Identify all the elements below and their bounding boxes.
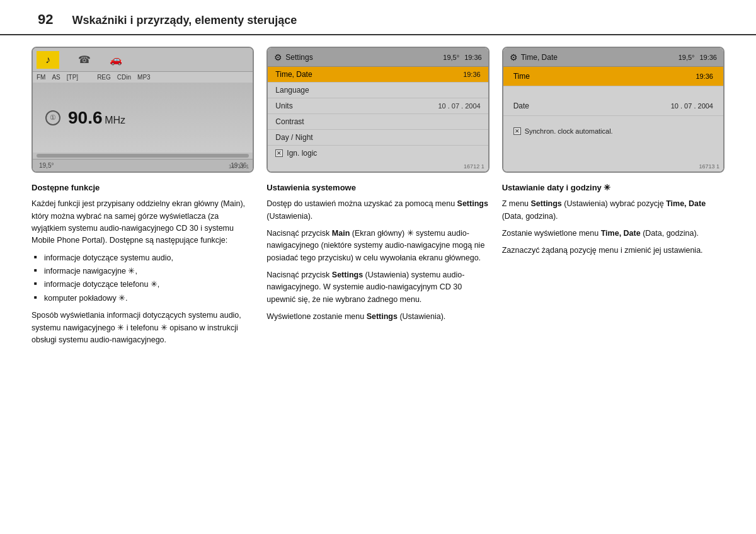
timedate-temp: 19,5° (679, 54, 695, 61)
settings-screen-mockup: ⚙ Settings 19,5° 19:36 Time, Date 19:36 … (266, 47, 489, 173)
radio-bottom-bar: 19,5° 19:36 (33, 159, 253, 171)
menu-label-language: Language (275, 86, 309, 95)
para-2-4: Wyświetlone zostanie menu Settings (Usta… (266, 311, 489, 323)
text-section-2: Ustawienia systemowe Dostęp do ustawień … (266, 182, 489, 328)
para-2-2: Nacisnąć przycisk Main (Ekran główny) ✳ … (266, 228, 489, 264)
menu-label-units: Units (275, 102, 292, 110)
text-section-3: Ustawianie daty i godziny ✳ Z menu Setti… (502, 182, 724, 262)
menu-item-units[interactable]: Units 10 . 07 . 2004 (268, 98, 488, 114)
timedate-screen-mockup: ⚙ Time, Date 19,5° 19:36 Time 19:36 Date… (502, 47, 724, 173)
radio-screen: ♪ ☎ 🚗 FM AS [TP] REG CDin MP3 ① 90.6 (33, 48, 253, 171)
bullet-item: informacje dotyczące telefonu ✳, (34, 279, 254, 291)
circle-1: ① (45, 110, 60, 125)
radio-screen-mockup: ♪ ☎ 🚗 FM AS [TP] REG CDin MP3 ① 90.6 (32, 47, 254, 173)
settings-temp: 19,5° (443, 54, 459, 61)
menu-value-units: 10 . 07 . 2004 (438, 102, 480, 110)
page-number: 92 (38, 11, 53, 28)
bullet-item: informacje nawigacyjne ✳, (34, 265, 254, 277)
screen-id-3: 16713 1 (699, 163, 719, 170)
settings-nav-icon: ⚙ (274, 52, 282, 62)
menu-item-day-night[interactable]: Day / Night (268, 130, 488, 146)
sync-label: Synchron. clock automatical. (525, 127, 613, 135)
td-date-item[interactable]: Date 10 . 07 . 2004 (503, 96, 723, 116)
bullet-item: informacje dotyczące systemu audio, (34, 252, 254, 264)
settings-screen: ⚙ Settings 19,5° 19:36 Time, Date 19:36 … (268, 48, 488, 171)
page-title: Wskaźniki i przyrządy, elementy sterując… (72, 14, 297, 27)
settings-label: Settings (285, 53, 312, 62)
radio-slider (37, 154, 249, 158)
para-1-1: Każdej funkcji jest przypisany oddzielny… (32, 198, 254, 247)
menu-item-ign-logic[interactable]: ✕ Ign. logic (268, 146, 488, 161)
column-2: ⚙ Settings 19,5° 19:36 Time, Date 19:36 … (266, 47, 489, 351)
menu-value-time-date: 19:36 (463, 71, 481, 78)
timedate-nav-icon: ⚙ (510, 52, 518, 62)
phone-icon: ☎ (78, 54, 91, 66)
menu-item-contrast[interactable]: Contrast (268, 114, 488, 130)
td-date-label: Date (513, 102, 529, 110)
settings-header: ⚙ Settings 19,5° 19:36 (268, 48, 488, 67)
column-3: ⚙ Time, Date 19,5° 19:36 Time 19:36 Date… (502, 47, 724, 351)
radio-slider-area (33, 153, 253, 159)
radio-labels: FM AS [TP] REG CDin MP3 (33, 72, 253, 83)
timedate-clock: 19:36 (699, 54, 717, 61)
para-2-1: Dostęp do ustawień można uzyskać za pomo… (266, 198, 489, 223)
text-section-1: Dostępne funkcje Każdej funkcji jest prz… (32, 182, 254, 351)
timedate-screen: ⚙ Time, Date 19,5° 19:36 Time 19:36 Date… (503, 48, 723, 171)
bullet-list-1: informacje dotyczące systemu audio, info… (34, 252, 254, 305)
sync-checkbox[interactable]: ✕ (513, 127, 521, 135)
sync-item[interactable]: ✕ Synchron. clock automatical. (503, 122, 723, 140)
menu-item-time-date[interactable]: Time, Date 19:36 (268, 67, 488, 83)
column-1: ♪ ☎ 🚗 FM AS [TP] REG CDin MP3 ① 90.6 (32, 47, 254, 351)
music-icon: ♪ (37, 51, 59, 69)
heading-3: Ustawianie daty i godziny ✳ (502, 182, 724, 194)
td-time-item[interactable]: Time 19:36 (503, 67, 723, 86)
menu-label-ign-logic: Ign. logic (287, 149, 317, 158)
screen-id-2: 16712 1 (464, 163, 484, 170)
menu-item-language[interactable]: Language (268, 83, 488, 98)
timedate-header-label: Time, Date (521, 53, 558, 62)
para-3-1: Z menu Settings (Ustawienia) wybrać pozy… (502, 198, 724, 223)
para-2-3: Nacisnąć przycisk Settings (Ustawienia) … (266, 269, 489, 306)
settings-time: 19:36 (464, 54, 482, 61)
heading-2: Ustawienia systemowe (266, 182, 489, 194)
radio-main-area: ① 90.6 MHz (33, 83, 253, 153)
para-3-3: Zaznaczyć żądaną pozycję menu i zmienić … (502, 245, 724, 257)
screen-id-1: 16711 1 (229, 163, 249, 170)
frequency-display: 90.6 MHz (68, 108, 125, 128)
para-1-footer: Sposób wyświetlania informacji dotyczący… (32, 310, 254, 346)
td-date-value: 10 . 07 . 2004 (671, 102, 713, 110)
heading-1: Dostępne funkcje (32, 182, 254, 194)
para-3-2: Zostanie wyświetlone menu Time, Date (Da… (502, 228, 724, 240)
page-header: 92 Wskaźniki i przyrządy, elementy steru… (0, 0, 756, 35)
timedate-header: ⚙ Time, Date 19,5° 19:36 (503, 48, 723, 67)
radio-top-bar: ♪ ☎ 🚗 (33, 48, 253, 72)
td-time-label: Time (513, 72, 530, 81)
ign-logic-checkbox[interactable]: ✕ (275, 149, 283, 157)
car-icon: 🚗 (110, 54, 122, 66)
menu-label-day-night: Day / Night (275, 133, 312, 142)
menu-label-contrast: Contrast (275, 117, 304, 126)
bullet-item: komputer pokładowy ✳. (34, 293, 254, 305)
content-area: ♪ ☎ 🚗 FM AS [TP] REG CDin MP3 ① 90.6 (0, 47, 756, 351)
td-time-value: 19:36 (696, 73, 713, 80)
menu-label-time-date: Time, Date (275, 70, 312, 79)
